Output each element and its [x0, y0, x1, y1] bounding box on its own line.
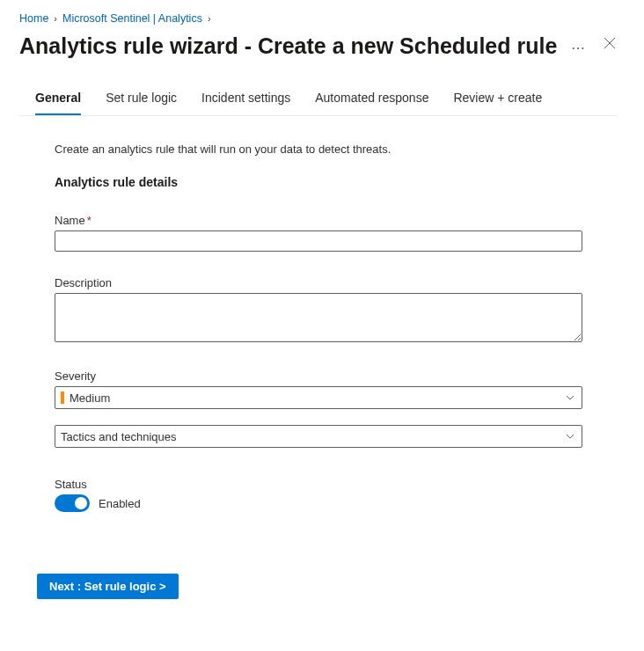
name-label: Name* [55, 214, 582, 227]
breadcrumb: Home › Microsoft Sentinel | Analytics › [19, 12, 618, 25]
tab-set-rule-logic[interactable]: Set rule logic [106, 85, 177, 115]
section-title: Analytics rule details [55, 175, 582, 189]
page-title: Analytics rule wizard - Create a new Sch… [19, 33, 557, 59]
toggle-knob [75, 497, 87, 509]
severity-selected-value: Medium [70, 391, 110, 405]
status-toggle[interactable] [55, 494, 90, 512]
severity-select[interactable]: Medium [55, 386, 582, 409]
tab-review-create[interactable]: Review + create [453, 85, 542, 115]
severity-label: Severity [55, 369, 582, 383]
tab-incident-settings[interactable]: Incident settings [201, 85, 290, 115]
tactics-select[interactable]: Tactics and techniques [55, 425, 582, 448]
breadcrumb-sentinel-analytics[interactable]: Microsoft Sentinel | Analytics [62, 12, 202, 25]
close-icon[interactable] [604, 33, 618, 52]
breadcrumb-home[interactable]: Home [19, 12, 48, 25]
tab-general[interactable]: General [35, 85, 81, 115]
tab-automated-response[interactable]: Automated response [315, 85, 428, 115]
required-marker: * [87, 214, 91, 227]
description-textarea[interactable] [55, 293, 582, 342]
description-label: Description [55, 276, 582, 289]
chevron-right-icon: › [208, 13, 211, 24]
chevron-down-icon [566, 430, 574, 443]
tab-bar: General Set rule logic Incident settings… [19, 85, 618, 116]
tactics-placeholder: Tactics and techniques [61, 430, 177, 443]
severity-color-swatch [61, 391, 64, 404]
intro-text: Create an analytics rule that will run o… [55, 143, 582, 156]
chevron-right-icon: › [54, 13, 57, 24]
chevron-down-icon [566, 391, 574, 405]
page-header: Analytics rule wizard - Create a new Sch… [19, 33, 618, 59]
name-input[interactable] [55, 230, 582, 252]
status-state-text: Enabled [99, 497, 141, 510]
status-label: Status [55, 478, 582, 491]
more-icon[interactable]: ⋯ [571, 38, 586, 55]
next-button[interactable]: Next : Set rule logic > [37, 574, 179, 599]
